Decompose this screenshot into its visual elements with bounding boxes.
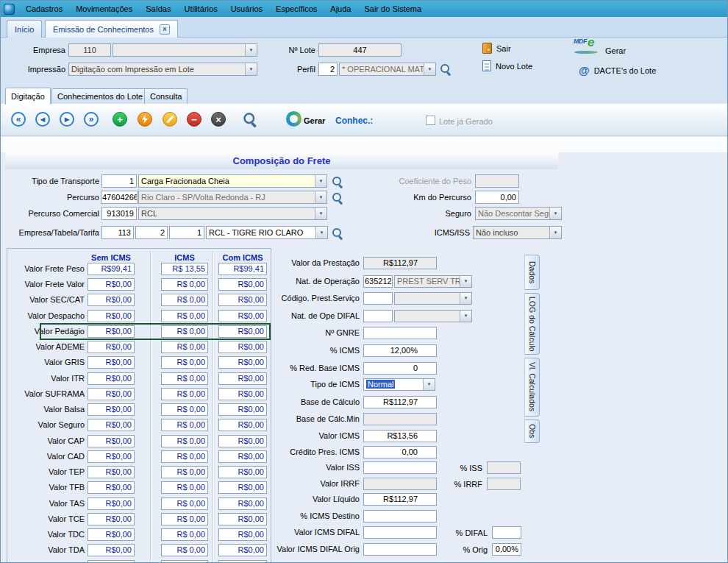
- edit-record-button[interactable]: [163, 112, 177, 127]
- nav-last-button[interactable]: »: [84, 112, 99, 127]
- valor-sem-icms-field[interactable]: R$0,00: [88, 356, 135, 369]
- valor-icms-field[interactable]: R$ 13,55: [161, 263, 208, 275]
- valor-com-icms-field[interactable]: R$0,00: [218, 388, 267, 400]
- icms-iss-combo[interactable]: Não incluso ▼: [473, 226, 562, 239]
- valor-com-icms-field[interactable]: R$0,00: [218, 356, 267, 369]
- valor-icms-difal-field[interactable]: [363, 526, 437, 539]
- perc-iss-field[interactable]: [487, 461, 521, 474]
- dropdown-arrow-icon[interactable]: ▼: [315, 175, 326, 187]
- valor-com-icms-field[interactable]: R$0,00: [218, 498, 267, 510]
- valor-sem-icms-field[interactable]: R$0,00: [88, 528, 135, 541]
- subtab-conhecimentos-do-lote[interactable]: Conhecimentos do Lote: [51, 88, 149, 104]
- tipo-icms-combo[interactable]: Normal ▼: [363, 378, 435, 391]
- tarifa-combo[interactable]: RCL - TIGRE RIO CLARO ▼: [206, 226, 328, 239]
- base-calc-min-field[interactable]: [363, 413, 437, 425]
- valor-com-icms-field[interactable]: R$0,00: [218, 513, 267, 525]
- base-calculo-field[interactable]: R$112,97: [363, 396, 437, 408]
- valor-sem-icms-field[interactable]: R$0,00: [88, 481, 135, 494]
- menu-item-especificos[interactable]: Específicos: [269, 1, 324, 17]
- credito-pres-icms-field[interactable]: 0,00: [363, 446, 437, 458]
- add-record-button[interactable]: +: [113, 112, 127, 127]
- valor-com-icms-field[interactable]: R$0,00: [218, 294, 267, 306]
- perc-icms-field[interactable]: 12,00%: [363, 344, 437, 357]
- gerar-mdfe-button[interactable]: Gerar: [605, 46, 626, 55]
- cod-prest-num-field[interactable]: [363, 292, 393, 305]
- nav-next-button[interactable]: ▸: [60, 112, 74, 127]
- percurso-search-icon[interactable]: [332, 192, 343, 204]
- gnre-field[interactable]: [363, 327, 437, 339]
- dropdown-arrow-icon[interactable]: ▼: [423, 379, 435, 390]
- valor-icms-field[interactable]: R$ 0,00: [161, 388, 208, 400]
- valor-icms-total-field[interactable]: R$13,56: [363, 430, 437, 442]
- side-tab-vl-calculados[interactable]: Vl. Calculados: [524, 358, 540, 417]
- perc-orig-field[interactable]: 0,00%: [492, 543, 521, 556]
- toolbar-search-icon[interactable]: [243, 112, 257, 127]
- perfil-search-icon[interactable]: [440, 63, 452, 75]
- tabela-tarifa-field[interactable]: 1: [169, 226, 204, 239]
- km-percurso-field[interactable]: 0,00: [475, 191, 519, 204]
- cod-prest-combo[interactable]: ▼: [394, 292, 472, 305]
- perc-red-base-field[interactable]: 0: [363, 362, 437, 375]
- valor-sem-icms-field[interactable]: R$0,00: [88, 498, 135, 510]
- dropdown-arrow-icon[interactable]: ▼: [549, 208, 561, 219]
- percurso-comercial-combo[interactable]: RCL ▼: [138, 207, 327, 220]
- num-lote-field[interactable]: 447: [318, 43, 402, 57]
- valor-icms-field[interactable]: R$ 0,00: [161, 341, 208, 353]
- dropdown-arrow-icon[interactable]: ▼: [549, 227, 561, 238]
- valor-icms-field[interactable]: R$ 0,00: [161, 278, 208, 291]
- dacte-do-lote-button[interactable]: @ DACTE's do Lote: [579, 64, 656, 77]
- tipo-transporte-search-icon[interactable]: [332, 176, 343, 188]
- valor-com-icms-field[interactable]: R$0,00: [218, 372, 267, 385]
- menu-item-movimentacoes[interactable]: Movimentações: [69, 1, 139, 17]
- valor-sem-icms-field[interactable]: R$99,41: [88, 263, 135, 275]
- valor-icms-field[interactable]: R$ 0,00: [161, 528, 208, 541]
- tab-emissao-de-conhecimentos[interactable]: Emissão de Conhecimentos ×: [45, 20, 178, 38]
- menu-item-utilitarios[interactable]: Utilitários: [177, 1, 224, 17]
- tab-close-icon[interactable]: ×: [160, 24, 170, 35]
- valor-sem-icms-field[interactable]: R$0,00: [88, 372, 135, 385]
- valor-sem-icms-field[interactable]: R$0,00: [88, 278, 135, 291]
- empresa-combo[interactable]: ▼: [113, 43, 257, 57]
- valor-com-icms-field[interactable]: R$99,41: [218, 263, 267, 275]
- nav-prev-button[interactable]: ◂: [35, 112, 50, 127]
- valor-icms-field[interactable]: R$ 0,00: [161, 450, 208, 463]
- side-tab-dados[interactable]: Dados: [524, 255, 540, 290]
- nat-operacao-combo[interactable]: PREST SERV TRANSI ▼: [394, 275, 472, 288]
- valor-icms-difal-orig-field[interactable]: [363, 543, 437, 556]
- menu-item-ajuda[interactable]: Ajuda: [324, 1, 357, 17]
- seguro-combo[interactable]: Não Descontar Seguro do Frete P ▼: [475, 207, 562, 220]
- valor-iss-field[interactable]: [363, 461, 437, 474]
- gerar-swirl-icon[interactable]: [286, 111, 301, 127]
- valor-sem-icms-field[interactable]: R$0,00: [88, 294, 135, 306]
- tabela-empresa-field[interactable]: 113: [101, 226, 134, 239]
- dropdown-arrow-icon[interactable]: ▼: [315, 227, 327, 238]
- valor-icms-field[interactable]: R$ 0,00: [161, 419, 208, 431]
- valor-com-icms-field[interactable]: R$0,00: [218, 278, 267, 291]
- coeficiente-peso-field[interactable]: [475, 174, 519, 188]
- menu-item-saidas[interactable]: Saídas: [139, 1, 177, 17]
- empresa-field[interactable]: 110: [68, 43, 111, 57]
- tarifa-search-icon[interactable]: [332, 227, 343, 239]
- menu-item-usuarios[interactable]: Usuários: [224, 1, 269, 17]
- valor-com-icms-field[interactable]: R$0,00: [218, 310, 267, 322]
- valor-com-icms-field[interactable]: R$0,00: [218, 450, 267, 463]
- valor-com-icms-field[interactable]: R$0,00: [218, 341, 267, 353]
- subtab-consulta[interactable]: Consulta: [144, 88, 188, 104]
- lote-ja-gerado-checkbox[interactable]: [426, 116, 435, 125]
- valor-com-icms-field[interactable]: R$0,00: [218, 466, 267, 478]
- tipo-transporte-num-field[interactable]: 1: [101, 174, 137, 188]
- cancel-record-button[interactable]: ×: [211, 112, 226, 127]
- impressao-combo[interactable]: Digitação com Impressão em Lote ▼: [68, 63, 257, 76]
- perc-irrf-field[interactable]: [487, 478, 521, 490]
- side-tab-log-do-calculo[interactable]: LOG do Cálculo: [524, 293, 540, 355]
- nat-difal-combo[interactable]: ▼: [394, 310, 472, 322]
- subtab-digitacao[interactable]: Digitação: [5, 88, 51, 105]
- perfil-combo[interactable]: * OPERACIONAL MATRIZ ▼: [339, 63, 436, 76]
- post-record-button[interactable]: [138, 112, 152, 127]
- novo-lote-button[interactable]: Novo Lote: [482, 60, 532, 71]
- valor-com-icms-field[interactable]: R$0,00: [218, 419, 267, 431]
- percurso-comercial-num-field[interactable]: 913019: [101, 207, 137, 220]
- valor-irrf-field[interactable]: [363, 478, 437, 490]
- sair-button[interactable]: Sair: [482, 43, 511, 54]
- tab-inicio[interactable]: Início: [7, 20, 42, 38]
